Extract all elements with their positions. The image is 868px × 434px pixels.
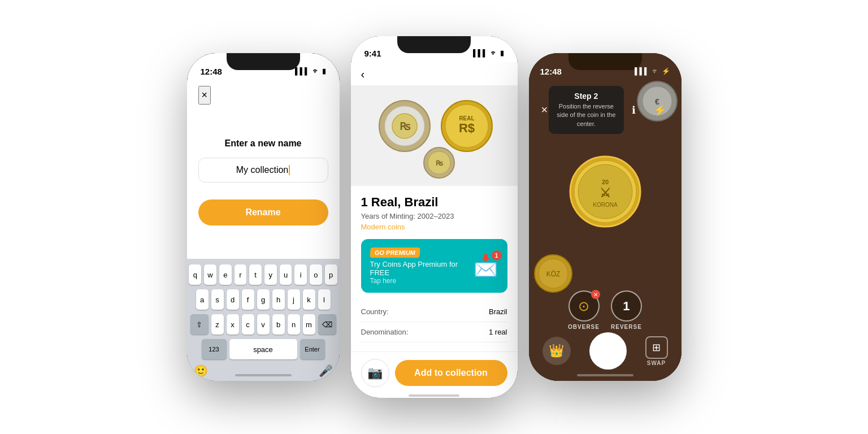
step-description: Position the reverse side of the coin in…: [557, 102, 615, 128]
phone-detail-inner: 9:41 ▌▌▌ ᯤ ▮ ‹: [351, 36, 518, 398]
coin-years: Years of Minting: 2002–2023: [361, 212, 507, 220]
close-icon-3: ×: [541, 103, 548, 116]
obverse-button-circle[interactable]: ⊙ ✕: [568, 290, 600, 322]
step-title: Step 2: [557, 92, 615, 101]
key-w[interactable]: w: [204, 264, 216, 285]
phones-container: 12:48 ▌▌▌ ᯤ ▮ × Enter a new name My coll…: [0, 0, 868, 434]
reverse-control[interactable]: 1 REVERSE: [611, 290, 642, 330]
key-enter[interactable]: Enter: [300, 339, 325, 359]
key-y[interactable]: y: [264, 264, 277, 285]
coin-detail-screen: 9:41 ▌▌▌ ᯤ ▮ ‹: [351, 36, 518, 398]
shutter-button[interactable]: [589, 332, 627, 370]
info-button[interactable]: ℹ: [624, 100, 644, 120]
key-v[interactable]: v: [257, 314, 270, 335]
swap-label: SWAP: [647, 360, 666, 366]
scanner-close-button[interactable]: ×: [540, 100, 549, 120]
key-shift[interactable]: ⇧: [190, 314, 209, 335]
keyboard: q w e r t y u i o p a s d f g h: [187, 259, 340, 381]
phone-scanner: € 12:48 ▌▌▌ ᯤ ⚡ × S: [529, 53, 682, 381]
key-t[interactable]: t: [249, 264, 262, 285]
obverse-label: OBVERSE: [568, 324, 600, 330]
key-space[interactable]: space: [229, 339, 297, 359]
key-i[interactable]: i: [294, 264, 307, 285]
key-numbers[interactable]: 123: [202, 339, 227, 359]
home-indicator-2: [409, 394, 459, 397]
keyboard-row-3: ⇧ z x c v b n m ⌫: [189, 314, 337, 335]
step-tooltip: Step 2 Position the reverse side of the …: [549, 86, 623, 134]
denomination-value: 1 real: [489, 328, 507, 336]
emoji-key[interactable]: 🙂: [194, 364, 208, 377]
flash-icon: ⚡: [654, 104, 666, 116]
rename-button[interactable]: Rename: [198, 199, 328, 225]
app-logo-button[interactable]: 👑: [542, 337, 571, 365]
back-button[interactable]: ‹: [361, 68, 365, 81]
coin-image-section: ₨ REAL R$ ₨: [351, 85, 518, 186]
svg-text:20: 20: [601, 179, 608, 185]
home-indicator-1: [235, 374, 292, 376]
center-coin-svg: 20 ⚔ KORONA: [568, 155, 642, 228]
key-n[interactable]: n: [288, 314, 300, 335]
swap-icon[interactable]: ⊞: [645, 336, 668, 359]
keyboard-row-4: 123 space Enter: [189, 339, 337, 359]
time-3: 12:48: [540, 67, 562, 76]
coin-category[interactable]: Modern coins: [361, 223, 507, 231]
key-l[interactable]: l: [318, 289, 331, 310]
key-s[interactable]: s: [211, 289, 224, 310]
home-indicator-3: [577, 374, 633, 376]
scanner-side-controls: ⊙ ✕ OBVERSE 1 REVERSE: [529, 290, 682, 330]
coin-name: 1 Real, Brazil: [361, 195, 507, 210]
signal-icon-3: ▌▌▌: [635, 67, 649, 75]
mic-key[interactable]: 🎤: [319, 364, 333, 377]
bg-coin-bottom-left: KÖZ: [533, 254, 573, 293]
key-q[interactable]: q: [189, 264, 201, 285]
key-b[interactable]: b: [272, 314, 285, 335]
key-f[interactable]: f: [242, 289, 254, 310]
key-u[interactable]: u: [280, 264, 292, 285]
camera-button[interactable]: 📷: [361, 359, 389, 387]
obverse-control[interactable]: ⊙ ✕ OBVERSE: [568, 290, 600, 330]
notch-1: [227, 53, 300, 70]
close-button[interactable]: ×: [198, 86, 211, 105]
flash-button[interactable]: ⚡: [650, 100, 670, 120]
info-icon: ℹ: [632, 104, 636, 116]
flash-status-icon: ⚡: [662, 67, 670, 75]
reverse-button-circle[interactable]: 1: [611, 290, 642, 322]
camera-icon: 📷: [367, 366, 383, 380]
key-e[interactable]: e: [219, 264, 232, 285]
premium-text-line2: Tap here: [370, 277, 473, 285]
denomination-row: Denomination: 1 real: [361, 322, 507, 342]
key-p[interactable]: p: [325, 264, 337, 285]
key-g[interactable]: g: [257, 289, 270, 310]
key-k[interactable]: k: [303, 289, 315, 310]
rename-input[interactable]: My collection: [198, 158, 328, 183]
premium-banner[interactable]: GO PREMIUM Try Coins App Premium for FRE…: [361, 239, 507, 293]
coin-header-bar: ‹: [351, 62, 518, 85]
signal-icon-1: ▌▌▌: [295, 67, 310, 75]
add-to-collection-button[interactable]: Add to collection: [395, 360, 507, 386]
swap-control[interactable]: ⊞ SWAP: [645, 336, 668, 366]
key-a[interactable]: a: [196, 289, 209, 310]
key-j[interactable]: j: [288, 289, 300, 310]
key-d[interactable]: d: [227, 289, 239, 310]
key-z[interactable]: z: [211, 314, 224, 335]
rename-prompt: Enter a new name: [224, 138, 301, 149]
coin-action-bar: 📷 Add to collection: [351, 351, 518, 394]
wifi-icon-3: ᯤ: [652, 67, 659, 75]
premium-banner-left: GO PREMIUM Try Coins App Premium for FRE…: [370, 247, 473, 285]
obverse-error-badge: ✕: [591, 290, 600, 299]
years-value: 2002–2023: [417, 212, 454, 220]
signal-icon-2: ▌▌▌: [473, 49, 488, 57]
key-c[interactable]: c: [242, 314, 254, 335]
svg-text:₨: ₨: [399, 121, 410, 132]
country-value: Brazil: [489, 307, 507, 316]
key-h[interactable]: h: [272, 289, 285, 310]
input-text: My collection: [236, 165, 288, 175]
key-r[interactable]: r: [235, 264, 247, 285]
scanner-bottom-bar: 👑 ⊞ SWAP: [529, 332, 682, 370]
key-m[interactable]: m: [303, 314, 315, 335]
phone-coin-detail: 9:41 ▌▌▌ ᯤ ▮ ‹: [351, 36, 518, 398]
key-o[interactable]: o: [310, 264, 322, 285]
key-delete[interactable]: ⌫: [318, 314, 336, 335]
key-x[interactable]: x: [227, 314, 239, 335]
phone-rename-inner: 12:48 ▌▌▌ ᯤ ▮ × Enter a new name My coll…: [187, 53, 340, 381]
